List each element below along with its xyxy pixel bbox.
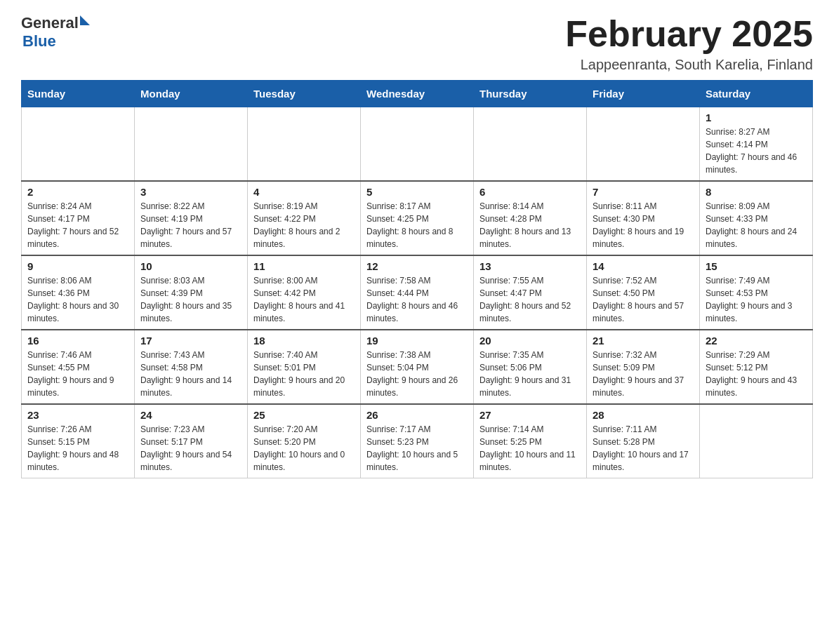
day-info: Sunrise: 7:20 AMSunset: 5:20 PMDaylight:… bbox=[253, 423, 355, 474]
calendar-header-row: SundayMondayTuesdayWednesdayThursdayFrid… bbox=[22, 81, 813, 107]
calendar-day-cell: 6Sunrise: 8:14 AMSunset: 4:28 PMDaylight… bbox=[474, 181, 587, 255]
calendar-week-row: 2Sunrise: 8:24 AMSunset: 4:17 PMDaylight… bbox=[22, 181, 813, 255]
calendar-day-cell: 21Sunrise: 7:32 AMSunset: 5:09 PMDayligh… bbox=[587, 330, 700, 404]
day-number: 11 bbox=[253, 260, 355, 272]
day-number: 26 bbox=[366, 409, 468, 421]
day-number: 25 bbox=[253, 409, 355, 421]
day-number: 17 bbox=[140, 335, 241, 347]
day-number: 22 bbox=[706, 335, 807, 347]
calendar-day-cell: 24Sunrise: 7:23 AMSunset: 5:17 PMDayligh… bbox=[135, 404, 248, 478]
day-info: Sunrise: 8:00 AMSunset: 4:42 PMDaylight:… bbox=[253, 274, 355, 325]
calendar-day-cell: 26Sunrise: 7:17 AMSunset: 5:23 PMDayligh… bbox=[361, 404, 474, 478]
logo-arrow-icon bbox=[80, 15, 90, 25]
day-info: Sunrise: 7:52 AMSunset: 4:50 PMDaylight:… bbox=[593, 274, 694, 325]
calendar-day-cell: 28Sunrise: 7:11 AMSunset: 5:28 PMDayligh… bbox=[587, 404, 700, 478]
day-info: Sunrise: 8:19 AMSunset: 4:22 PMDaylight:… bbox=[253, 200, 355, 250]
calendar-week-row: 1Sunrise: 8:27 AMSunset: 4:14 PMDaylight… bbox=[22, 107, 813, 182]
calendar-day-cell bbox=[361, 107, 474, 182]
day-info: Sunrise: 7:40 AMSunset: 5:01 PMDaylight:… bbox=[253, 349, 355, 399]
day-info: Sunrise: 7:35 AMSunset: 5:06 PMDaylight:… bbox=[479, 349, 581, 399]
day-info: Sunrise: 7:49 AMSunset: 4:53 PMDaylight:… bbox=[706, 274, 807, 325]
day-info: Sunrise: 7:17 AMSunset: 5:23 PMDaylight:… bbox=[366, 423, 468, 474]
title-block: February 2025 Lappeenranta, South Kareli… bbox=[565, 14, 813, 73]
calendar-day-cell bbox=[22, 107, 135, 182]
day-number: 28 bbox=[593, 409, 694, 421]
day-number: 1 bbox=[706, 112, 807, 123]
day-number: 10 bbox=[140, 260, 241, 272]
day-info: Sunrise: 7:55 AMSunset: 4:47 PMDaylight:… bbox=[479, 274, 581, 325]
calendar-day-cell: 5Sunrise: 8:17 AMSunset: 4:25 PMDaylight… bbox=[361, 181, 474, 255]
day-number: 2 bbox=[27, 186, 128, 198]
location-subtitle: Lappeenranta, South Karelia, Finland bbox=[565, 57, 813, 73]
page-header: General Blue February 2025 Lappeenranta,… bbox=[21, 14, 813, 73]
day-info: Sunrise: 8:11 AMSunset: 4:30 PMDaylight:… bbox=[593, 200, 694, 250]
day-info: Sunrise: 7:14 AMSunset: 5:25 PMDaylight:… bbox=[479, 423, 581, 474]
calendar-day-cell: 13Sunrise: 7:55 AMSunset: 4:47 PMDayligh… bbox=[474, 255, 587, 330]
calendar-day-cell: 2Sunrise: 8:24 AMSunset: 4:17 PMDaylight… bbox=[22, 181, 135, 255]
day-info: Sunrise: 7:29 AMSunset: 5:12 PMDaylight:… bbox=[706, 349, 807, 399]
day-info: Sunrise: 8:06 AMSunset: 4:36 PMDaylight:… bbox=[27, 274, 128, 325]
calendar-day-cell: 27Sunrise: 7:14 AMSunset: 5:25 PMDayligh… bbox=[474, 404, 587, 478]
day-info: Sunrise: 7:11 AMSunset: 5:28 PMDaylight:… bbox=[593, 423, 694, 474]
day-info: Sunrise: 7:23 AMSunset: 5:17 PMDaylight:… bbox=[140, 423, 241, 474]
day-info: Sunrise: 8:22 AMSunset: 4:19 PMDaylight:… bbox=[140, 200, 241, 250]
weekday-header-friday: Friday bbox=[587, 81, 700, 107]
day-number: 23 bbox=[27, 409, 128, 421]
day-number: 14 bbox=[593, 260, 694, 272]
day-number: 20 bbox=[479, 335, 581, 347]
day-number: 18 bbox=[253, 335, 355, 347]
day-info: Sunrise: 7:46 AMSunset: 4:55 PMDaylight:… bbox=[27, 349, 128, 399]
calendar-day-cell bbox=[248, 107, 361, 182]
day-number: 5 bbox=[366, 186, 468, 198]
calendar-day-cell: 17Sunrise: 7:43 AMSunset: 4:58 PMDayligh… bbox=[135, 330, 248, 404]
calendar-day-cell: 25Sunrise: 7:20 AMSunset: 5:20 PMDayligh… bbox=[248, 404, 361, 478]
calendar-day-cell: 15Sunrise: 7:49 AMSunset: 4:53 PMDayligh… bbox=[700, 255, 813, 330]
day-number: 24 bbox=[140, 409, 241, 421]
day-info: Sunrise: 7:43 AMSunset: 4:58 PMDaylight:… bbox=[140, 349, 241, 399]
logo-text-general: General bbox=[21, 14, 79, 32]
day-info: Sunrise: 7:32 AMSunset: 5:09 PMDaylight:… bbox=[593, 349, 694, 399]
calendar-week-row: 9Sunrise: 8:06 AMSunset: 4:36 PMDaylight… bbox=[22, 255, 813, 330]
day-info: Sunrise: 8:09 AMSunset: 4:33 PMDaylight:… bbox=[706, 200, 807, 250]
day-info: Sunrise: 7:58 AMSunset: 4:44 PMDaylight:… bbox=[366, 274, 468, 325]
weekday-header-monday: Monday bbox=[135, 81, 248, 107]
calendar-day-cell: 22Sunrise: 7:29 AMSunset: 5:12 PMDayligh… bbox=[700, 330, 813, 404]
calendar-day-cell: 12Sunrise: 7:58 AMSunset: 4:44 PMDayligh… bbox=[361, 255, 474, 330]
day-number: 15 bbox=[706, 260, 807, 272]
day-info: Sunrise: 8:14 AMSunset: 4:28 PMDaylight:… bbox=[479, 200, 581, 250]
calendar-day-cell bbox=[135, 107, 248, 182]
weekday-header-thursday: Thursday bbox=[474, 81, 587, 107]
calendar-day-cell: 19Sunrise: 7:38 AMSunset: 5:04 PMDayligh… bbox=[361, 330, 474, 404]
calendar-day-cell: 4Sunrise: 8:19 AMSunset: 4:22 PMDaylight… bbox=[248, 181, 361, 255]
calendar-day-cell: 3Sunrise: 8:22 AMSunset: 4:19 PMDaylight… bbox=[135, 181, 248, 255]
day-number: 8 bbox=[706, 186, 807, 198]
day-info: Sunrise: 8:27 AMSunset: 4:14 PMDaylight:… bbox=[706, 126, 807, 176]
weekday-header-wednesday: Wednesday bbox=[361, 81, 474, 107]
day-number: 9 bbox=[27, 260, 128, 272]
day-number: 21 bbox=[593, 335, 694, 347]
day-info: Sunrise: 7:26 AMSunset: 5:15 PMDaylight:… bbox=[27, 423, 128, 474]
logo: General Blue bbox=[21, 14, 90, 51]
weekday-header-sunday: Sunday bbox=[22, 81, 135, 107]
day-info: Sunrise: 8:03 AMSunset: 4:39 PMDaylight:… bbox=[140, 274, 241, 325]
calendar-day-cell: 11Sunrise: 8:00 AMSunset: 4:42 PMDayligh… bbox=[248, 255, 361, 330]
day-number: 13 bbox=[479, 260, 581, 272]
weekday-header-saturday: Saturday bbox=[700, 81, 813, 107]
calendar-day-cell bbox=[587, 107, 700, 182]
day-number: 16 bbox=[27, 335, 128, 347]
calendar-day-cell bbox=[700, 404, 813, 478]
calendar-week-row: 16Sunrise: 7:46 AMSunset: 4:55 PMDayligh… bbox=[22, 330, 813, 404]
day-number: 4 bbox=[253, 186, 355, 198]
day-number: 3 bbox=[140, 186, 241, 198]
weekday-header-tuesday: Tuesday bbox=[248, 81, 361, 107]
calendar-day-cell: 7Sunrise: 8:11 AMSunset: 4:30 PMDaylight… bbox=[587, 181, 700, 255]
calendar-day-cell: 1Sunrise: 8:27 AMSunset: 4:14 PMDaylight… bbox=[700, 107, 813, 182]
calendar-day-cell: 10Sunrise: 8:03 AMSunset: 4:39 PMDayligh… bbox=[135, 255, 248, 330]
calendar-day-cell: 16Sunrise: 7:46 AMSunset: 4:55 PMDayligh… bbox=[22, 330, 135, 404]
calendar-week-row: 23Sunrise: 7:26 AMSunset: 5:15 PMDayligh… bbox=[22, 404, 813, 478]
day-number: 7 bbox=[593, 186, 694, 198]
calendar-day-cell: 8Sunrise: 8:09 AMSunset: 4:33 PMDaylight… bbox=[700, 181, 813, 255]
day-number: 12 bbox=[366, 260, 468, 272]
calendar-day-cell: 23Sunrise: 7:26 AMSunset: 5:15 PMDayligh… bbox=[22, 404, 135, 478]
month-title: February 2025 bbox=[565, 14, 813, 54]
